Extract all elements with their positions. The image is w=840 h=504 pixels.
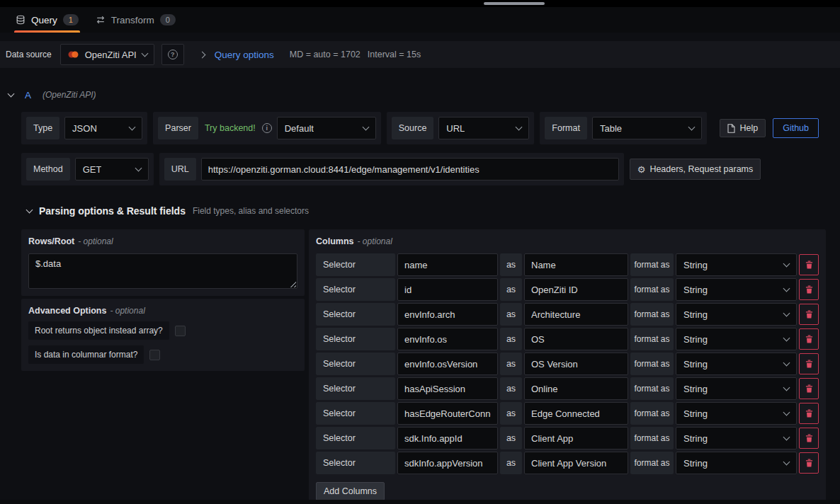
columns-header: Columns - optional: [316, 236, 819, 246]
parser-label: Parser: [158, 117, 198, 139]
alias-input[interactable]: [524, 353, 628, 375]
add-columns-button[interactable]: Add Columns: [316, 482, 385, 500]
chevron-down-icon: [688, 123, 695, 130]
trash-icon: [805, 434, 813, 442]
root-object-checkbox[interactable]: [175, 326, 186, 336]
column-format-select[interactable]: String: [676, 278, 797, 301]
chevron-down-icon: [783, 408, 790, 416]
top-strip: [0, 0, 840, 7]
row1-actions: Help Github: [720, 118, 819, 138]
columns-title: Columns: [316, 236, 353, 246]
parser-select[interactable]: Default: [277, 117, 376, 139]
format-as-label: format as: [630, 402, 674, 425]
advanced-option-row: Is data in columnar format?: [28, 345, 297, 364]
selector-label: Selector: [316, 452, 395, 474]
method-select[interactable]: GET: [75, 158, 149, 181]
database-icon: [16, 15, 25, 25]
github-button[interactable]: Github: [773, 118, 819, 138]
question-circle-icon: ?: [168, 50, 178, 59]
delete-column-button[interactable]: [799, 254, 819, 275]
column-format-select[interactable]: String: [676, 377, 797, 400]
selector-input[interactable]: [397, 377, 498, 400]
column-format-select[interactable]: String: [676, 353, 797, 375]
gear-icon: ⚙: [637, 165, 646, 174]
delete-column-button[interactable]: [799, 428, 819, 449]
parsing-section-header[interactable]: Parsing options & Result fields Field ty…: [27, 204, 819, 218]
headers-button[interactable]: ⚙ Headers, Request params: [630, 159, 761, 180]
delete-column-button[interactable]: [799, 452, 819, 474]
query-count-badge: 1: [63, 14, 79, 25]
format-select[interactable]: Table: [592, 117, 702, 139]
as-label: as: [500, 278, 522, 301]
column-format-select[interactable]: String: [676, 303, 797, 326]
delete-column-button[interactable]: [799, 304, 819, 325]
selector-label: Selector: [316, 303, 395, 326]
alias-input[interactable]: [524, 452, 628, 474]
column-format-select[interactable]: String: [676, 452, 797, 474]
source-select[interactable]: URL: [438, 117, 529, 139]
column-row: Selector as format as String: [316, 377, 819, 400]
selector-input[interactable]: [397, 427, 498, 449]
info-circle-icon: i: [262, 123, 272, 133]
delete-column-button[interactable]: [799, 328, 819, 350]
query-ref-id: A: [25, 90, 31, 101]
columns-panel: Columns - optional Selector as format as…: [309, 229, 826, 504]
alias-input[interactable]: [524, 303, 628, 326]
selector-input[interactable]: [397, 328, 498, 350]
try-backend-link[interactable]: Try backend!: [205, 123, 256, 133]
as-label: as: [500, 427, 522, 449]
url-input[interactable]: [201, 158, 619, 181]
root-object-option-label: Root returns object instead array?: [28, 321, 169, 340]
tab-transform-label: Transform: [111, 15, 154, 25]
datasource-picker[interactable]: OpenZiti API: [60, 44, 154, 65]
alias-input[interactable]: [524, 278, 628, 301]
tab-transform[interactable]: Transform 0: [87, 7, 184, 33]
chevron-down-icon: [141, 50, 148, 57]
query-options-row-1: Type JSON Parser Try backend! i Default …: [21, 112, 819, 144]
editor-tabbar: Query 1 Transform 0: [0, 7, 840, 33]
column-format-select[interactable]: String: [676, 253, 797, 276]
selector-input[interactable]: [397, 253, 498, 276]
query-options-link[interactable]: Query options: [215, 50, 274, 60]
as-label: as: [500, 377, 522, 400]
alias-input[interactable]: [524, 253, 628, 276]
selector-input[interactable]: [397, 278, 498, 301]
alias-input[interactable]: [524, 427, 628, 449]
type-label: Type: [26, 117, 59, 139]
tab-query[interactable]: Query 1: [7, 7, 87, 33]
method-label: Method: [26, 158, 70, 181]
column-format-select[interactable]: String: [676, 328, 797, 350]
column-row: Selector as format as String: [316, 353, 819, 375]
selector-input[interactable]: [397, 353, 498, 375]
datasource-help-button[interactable]: ?: [161, 44, 184, 65]
scrubber-handle: [484, 2, 545, 5]
alias-input[interactable]: [524, 402, 628, 425]
selector-input[interactable]: [397, 402, 498, 425]
delete-column-button[interactable]: [799, 378, 819, 399]
alias-input[interactable]: [524, 328, 628, 350]
delete-column-button[interactable]: [799, 279, 819, 300]
selector-label: Selector: [316, 353, 395, 375]
as-label: as: [500, 303, 522, 326]
selector-input[interactable]: [397, 452, 498, 474]
selector-input[interactable]: [397, 303, 498, 326]
columns-optional: - optional: [357, 236, 392, 246]
rows-root-panel: Rows/Root - optional $.data: [21, 229, 305, 296]
column-format-select[interactable]: String: [676, 402, 797, 425]
source-label: Source: [392, 117, 434, 139]
help-button[interactable]: Help: [720, 119, 766, 137]
as-label: as: [500, 452, 522, 474]
column-format-select[interactable]: String: [676, 427, 797, 449]
headers-button-label: Headers, Request params: [649, 164, 753, 174]
columnar-checkbox[interactable]: [149, 350, 160, 360]
rows-root-input[interactable]: $.data: [28, 253, 297, 289]
help-button-label: Help: [739, 123, 758, 133]
format-label: Format: [545, 117, 587, 139]
columns-rows: Selector as format as String Selector as…: [316, 253, 819, 474]
alias-input[interactable]: [524, 377, 628, 400]
delete-column-button[interactable]: [799, 353, 819, 374]
delete-column-button[interactable]: [799, 403, 819, 424]
grafana-query-editor: Query 1 Transform 0 Data source OpenZ: [0, 0, 840, 504]
query-row-header[interactable]: A (OpenZiti API): [8, 86, 819, 103]
type-select[interactable]: JSON: [64, 117, 142, 139]
